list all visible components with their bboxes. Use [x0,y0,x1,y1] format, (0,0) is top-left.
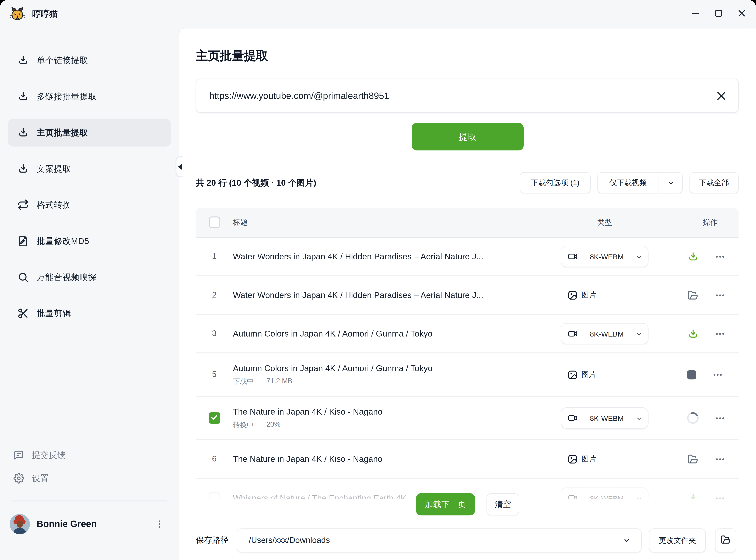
sidebar-item-5[interactable]: 批量修改MD5 [8,227,171,255]
stop-icon[interactable] [687,370,696,379]
more-icon[interactable] [715,290,725,300]
table-row[interactable]: 3Autumn Colors in Japan 4K / Aomori / Gu… [196,315,739,353]
sidebar-item-2[interactable]: 主页批量提取 [8,119,171,147]
table-row[interactable]: 6The Nature in Japan 4K / Kiso - Nagano图… [196,440,739,479]
sidebar-footer-item-1[interactable]: 设置 [8,467,171,490]
row-status: 下载中71.2 MB [233,377,561,386]
save-path-label: 保存路径 [196,535,228,546]
app-window: 哼哼猫 单个链接提取多链接批量提取主页批量提取文案提取格式转换批量修改MD5万能… [0,0,756,560]
sidebar-item-3[interactable]: 文案提取 [8,155,171,183]
sidebar-item-4[interactable]: 格式转换 [8,191,171,219]
window-controls [690,0,748,28]
maximize-button[interactable] [713,8,724,20]
image-icon [568,454,578,464]
download-all-button[interactable]: 下载全部 [690,172,739,193]
check-icon [210,413,218,423]
main-panel: 主页批量提取 提取 共 20 行 (10 个视频 · 10 个图片) 下载勾选项… [179,28,756,560]
clear-list-button[interactable]: 清空 [486,493,519,515]
sidebar-footer-item-0[interactable]: 提交反馈 [8,444,171,467]
table-row[interactable]: 1Water Wonders in Japan 4K / Hidden Para… [196,238,739,276]
user-profile[interactable]: Bonnie Green [8,514,171,534]
row-number: 2 [212,290,217,300]
more-icon[interactable] [715,454,725,464]
sidebar-item-7[interactable]: 批量剪辑 [8,299,171,327]
format-dropdown[interactable]: 8K-WEBM [561,323,649,344]
close-icon [736,8,747,20]
chevron-down-icon [636,331,642,337]
more-icon[interactable] [715,493,725,499]
app-title: 哼哼猫 [32,8,58,20]
type-image: 图片 [568,290,596,300]
change-folder-button[interactable]: 更改文件夹 [649,528,706,553]
sidebar-item-0[interactable]: 单个链接提取 [8,46,171,74]
chevron-down-icon[interactable] [659,179,682,186]
sidebar-collapse-handle[interactable] [176,156,183,177]
save-path-select[interactable]: /Users/xxx/Downloads [237,528,642,553]
minimize-icon [690,8,700,20]
extract-button[interactable]: 提取 [412,123,523,151]
chevron-down-icon [636,495,642,499]
row-number: 6 [212,454,217,464]
minimize-button[interactable] [690,8,701,20]
sidebar-item-label: 格式转换 [37,199,71,211]
video-icon [568,493,578,499]
folder-open-icon[interactable] [687,289,699,301]
url-input-box [196,79,739,113]
more-icon[interactable] [715,252,725,262]
sidebar-item-label: 多链接批量提取 [37,91,97,102]
row-checkbox-checked[interactable] [208,412,220,424]
row-number: 5 [212,370,217,379]
table-row[interactable]: The Nature in Japan 4K / Kiso - Nagano转换… [196,397,739,440]
video-icon [568,329,578,338]
sidebar-item-label: 批量剪辑 [37,308,71,319]
open-folder-button[interactable] [715,528,736,553]
download-icon[interactable] [687,492,699,499]
download-selected-button[interactable]: 下载勾选项 (1) [520,172,591,193]
table-row[interactable]: 2Water Wonders in Japan 4K / Hidden Para… [196,276,739,315]
format-label: 8K-WEBM [578,329,636,338]
sidebar: 单个链接提取多链接批量提取主页批量提取文案提取格式转换批量修改MD5万能音视频嗅… [0,28,179,560]
clear-input-icon[interactable] [715,89,728,102]
sidebar-item-label: 批量修改MD5 [37,235,89,247]
url-input[interactable] [208,90,715,101]
row-title: The Nature in Japan 4K / Kiso - Nagano [233,407,551,417]
spinner-icon [685,411,700,425]
feedback-icon [14,450,24,461]
sidebar-divider [12,500,167,502]
avatar [9,514,30,534]
video-only-split-button[interactable]: 仅下载视频 [597,172,683,193]
folder-open-icon[interactable] [687,453,699,465]
table-row[interactable]: 5Autumn Colors in Japan 4K / Aomori / Gu… [196,353,739,397]
column-action: 操作 [692,217,729,227]
sidebar-footer-label: 提交反馈 [32,449,66,461]
download-icon [17,127,29,138]
format-dropdown[interactable]: 8K-WEBM [561,407,649,428]
table-header: 标题 类型 操作 [196,208,739,238]
type-label: 图片 [581,369,596,380]
more-icon[interactable] [715,413,725,423]
image-icon [568,290,578,300]
row-title: Water Wonders in Japan 4K / Hidden Parad… [233,290,551,300]
format-dropdown[interactable]: 8K-WEBM [561,487,649,499]
image-icon [568,369,578,380]
download-icon [17,91,29,102]
more-icon[interactable] [715,329,725,339]
select-all-checkbox[interactable] [208,217,220,228]
sidebar-item-6[interactable]: 万能音视频嗅探 [8,263,171,291]
download-icon[interactable] [687,251,699,262]
video-icon [568,413,578,423]
sidebar-item-1[interactable]: 多链接批量提取 [8,82,171,111]
format-dropdown[interactable]: 8K-WEBM [561,246,649,267]
load-next-page-button[interactable]: 加载下一页 [416,493,475,515]
row-checkbox[interactable] [208,492,220,499]
row-status: 转换中20% [233,420,561,429]
more-icon[interactable] [713,369,723,380]
table-body: 1Water Wonders in Japan 4K / Hidden Para… [196,238,739,499]
sidebar-footer-label: 设置 [32,473,49,484]
close-button[interactable] [736,8,747,20]
chevron-down-icon [636,415,642,421]
row-title: The Nature in Japan 4K / Kiso - Nagano [233,454,551,464]
download-icon[interactable] [687,328,699,339]
user-menu-icon[interactable] [155,519,164,529]
status-label: 下载中 [233,377,254,386]
